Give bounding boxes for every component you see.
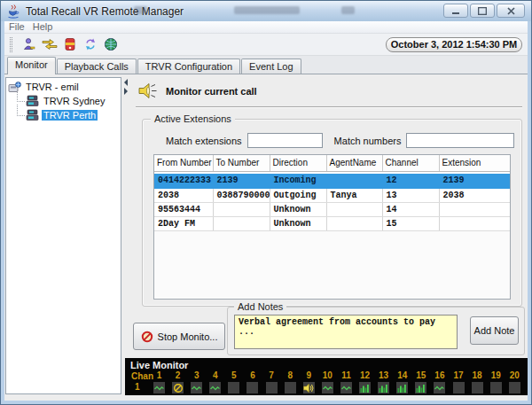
table-cell: 2Day FM <box>154 216 213 230</box>
match-extensions-input[interactable] <box>247 133 323 148</box>
channel-number: 15 <box>414 370 427 381</box>
table-cell: 12 <box>382 174 439 188</box>
channel-13[interactable]: 13 <box>377 370 390 393</box>
table-cell: Outgoing <box>270 188 326 202</box>
toolbar-grip[interactable] <box>10 37 12 52</box>
app-window: Total Recall VR Remote Manager File Help <box>0 0 532 405</box>
column-header[interactable]: From Number <box>154 155 213 171</box>
table-row[interactable]: 2Day FMUnknown15 <box>154 216 510 230</box>
tab-trvr-configuration[interactable]: TRVR Configuration <box>137 58 240 74</box>
toolbar: October 3, 2012 1:54:30 PM <box>4 34 528 56</box>
tab-monitor[interactable]: Monitor <box>7 57 56 74</box>
channel-2[interactable]: 2 <box>171 370 184 393</box>
table-cell: 2038 <box>439 188 510 202</box>
menu-help[interactable]: Help <box>33 21 53 33</box>
table-cell: Tanya <box>326 188 382 202</box>
close-button[interactable] <box>497 4 525 18</box>
channel-number: 11 <box>340 370 353 381</box>
channel-19[interactable]: 19 <box>489 370 503 393</box>
table-cell <box>439 202 510 216</box>
minimize-icon <box>452 7 460 15</box>
channel-14[interactable]: 14 <box>395 370 409 393</box>
server-tree[interactable]: TRVR - emil TRVR Sydney <box>5 77 121 394</box>
channel-number: 13 <box>377 370 390 381</box>
tree-node-trvr-perth[interactable]: TRVR Perth <box>17 108 121 122</box>
match-extensions-label: Match extensions <box>166 136 242 146</box>
channel-4[interactable]: 4 <box>208 370 222 393</box>
live-monitor-title: Live Monitor <box>130 360 188 370</box>
channel-number: 17 <box>452 370 466 381</box>
menu-file[interactable]: File <box>9 21 25 33</box>
channel-number: 10 <box>321 370 334 381</box>
date-time-display[interactable]: October 3, 2012 1:54:30 PM <box>386 37 522 52</box>
tab-playback-calls[interactable]: Playback Calls <box>57 58 137 74</box>
channel-empty-icon <box>285 382 296 393</box>
channel-bars-icon <box>396 382 408 393</box>
channel-18[interactable]: 18 <box>471 370 484 393</box>
channel-empty-icon <box>228 382 239 393</box>
channel-15[interactable]: 15 <box>414 370 427 393</box>
tree-node-root[interactable]: TRVR - emil <box>8 80 121 94</box>
table-cell: Unknown <box>270 202 326 216</box>
stop-monitor-button[interactable]: Stop Monito... <box>133 323 225 350</box>
globe-icon[interactable] <box>101 36 120 53</box>
channel-empty-icon <box>246 382 258 393</box>
channel-10[interactable]: 10 <box>321 370 334 393</box>
add-notes-group: Add Notes Verbal agreement from accounts… <box>227 307 525 355</box>
match-numbers-input[interactable] <box>406 133 514 148</box>
table-cell: 2038 <box>154 188 213 202</box>
channel-3[interactable]: 3 <box>190 370 203 393</box>
channel-number: 14 <box>395 370 409 381</box>
tree-node-trvr-sydney[interactable]: TRVR Sydney <box>17 94 121 108</box>
column-header[interactable]: AgentName <box>326 155 382 171</box>
channel-number: 1 <box>153 370 166 381</box>
channel-number: 18 <box>471 370 484 381</box>
tree-connector <box>17 105 25 116</box>
titlebar[interactable]: Total Recall VR Remote Manager <box>1 1 531 21</box>
channel-bars-icon <box>415 382 426 393</box>
tree-node-label: TRVR Perth <box>42 110 98 121</box>
channel-wave-icon <box>209 382 221 393</box>
channel-11[interactable]: 11 <box>340 370 353 393</box>
channel-6[interactable]: 6 <box>246 370 259 393</box>
channel-17[interactable]: 17 <box>452 370 466 393</box>
column-header[interactable]: To Number <box>213 155 270 171</box>
match-numbers-label: Match numbers <box>334 136 402 146</box>
channel-9[interactable]: 9 <box>302 370 316 393</box>
channel-12[interactable]: 12 <box>358 370 372 393</box>
channel-5[interactable]: 5 <box>227 370 240 393</box>
recorder-icon <box>26 95 39 107</box>
notes-textarea[interactable]: Verbal agreement from accounts to pay ..… <box>234 315 458 349</box>
channel-8[interactable]: 8 <box>284 370 297 393</box>
table-cell <box>213 202 270 216</box>
refresh-icon[interactable] <box>81 36 99 53</box>
maximize-button[interactable] <box>470 4 495 18</box>
table-header-row[interactable]: From Number To Number Direction AgentNam… <box>154 155 510 171</box>
channel-7[interactable]: 7 <box>265 370 278 393</box>
java-cup-icon <box>6 4 20 19</box>
add-note-button[interactable]: Add Note <box>470 316 519 345</box>
table-row[interactable]: 95563444Unknown14 <box>154 202 510 216</box>
channel-empty-icon <box>490 382 502 393</box>
minimize-button[interactable] <box>443 4 468 18</box>
titlebar-artifact <box>341 6 355 14</box>
tree-root-label: TRVR - emil <box>24 82 81 92</box>
channel-empty-icon <box>453 382 465 393</box>
transfer-arrows-icon[interactable] <box>40 36 59 53</box>
column-header[interactable]: Channel <box>382 155 439 171</box>
active-extensions-table[interactable]: From Number To Number Direction AgentNam… <box>153 154 511 300</box>
table-cell <box>213 216 270 230</box>
archive-icon[interactable] <box>60 36 79 53</box>
table-row[interactable]: 20380388790000OutgoingTanya132038 <box>154 188 510 202</box>
column-header[interactable]: Extension <box>439 155 510 171</box>
user-login-icon[interactable] <box>20 36 38 53</box>
live-monitor-panel: Live Monitor Chan 1 12345678910111213141… <box>125 358 528 395</box>
channel-20[interactable]: 20 <box>508 370 521 393</box>
channel-empty-icon <box>472 382 483 393</box>
column-header[interactable]: Direction <box>270 155 326 171</box>
table-cell: 0414222333 <box>154 174 213 188</box>
channel-1[interactable]: 1 <box>153 370 166 393</box>
table-row[interactable]: 04142223332139Incoming122139 <box>154 174 510 188</box>
tab-event-log[interactable]: Event Log <box>241 58 301 74</box>
channel-16[interactable]: 16 <box>433 370 446 393</box>
